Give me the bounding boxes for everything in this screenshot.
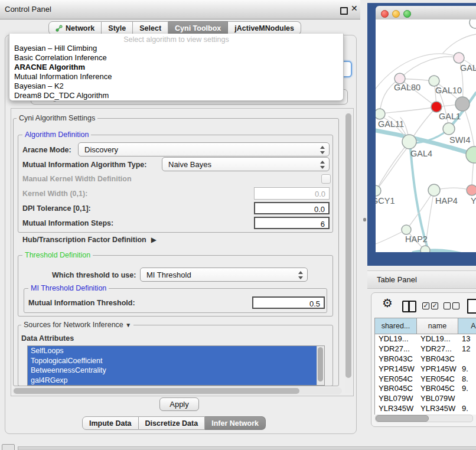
table-row[interactable]: YDR27...YDR27...12 xyxy=(375,344,476,354)
data-attributes-items: SelfLoopsTopologicalCoefficientBetweenne… xyxy=(28,346,324,385)
network-node-GAL10[interactable] xyxy=(429,76,439,86)
hub-definition-toggle[interactable]: Hub/Transcription Factor Definition▶ xyxy=(22,236,157,244)
mi-threshold-field[interactable]: 0.5 xyxy=(252,296,325,309)
algorithm-option[interactable]: Bayesian – Hill Climbing xyxy=(9,44,343,53)
expand-right-icon: ▶ xyxy=(151,236,157,244)
network-node-HAP2[interactable] xyxy=(402,225,411,234)
settings-hscrollbar-thumb[interactable] xyxy=(14,388,299,394)
table-hscrollbar-track[interactable] xyxy=(375,415,473,422)
network-node-GCY1[interactable] xyxy=(376,185,381,196)
collapse-down-icon[interactable]: ▼ xyxy=(125,322,131,328)
algorithm-dropdown-list: Bayesian – Hill ClimbingBasic Correlatio… xyxy=(9,44,343,100)
column-layout-icon[interactable] xyxy=(402,301,416,312)
network-canvas[interactable]: GALGAL80GAL10GAL1GAL11SWI4GAL4GCY1HAP4YH… xyxy=(376,19,476,252)
sources-title-text: Sources for Network Inference xyxy=(24,321,123,329)
table-cell xyxy=(458,394,476,404)
algorithm-definition-title: Algorithm Definition xyxy=(22,131,91,139)
data-attributes-label: Data Attributes xyxy=(21,334,74,343)
attributes-scrollbar-thumb[interactable] xyxy=(318,347,323,381)
tab-label: Network xyxy=(66,24,94,32)
network-node-GAL1[interactable] xyxy=(431,102,442,112)
table-row[interactable]: YER054CYER054C8. xyxy=(375,374,476,384)
network-node-GAL4[interactable] xyxy=(402,135,416,149)
network-node[interactable] xyxy=(420,246,430,252)
table-row[interactable]: YBR045CYBR045C9. xyxy=(375,384,476,394)
page-icon[interactable] xyxy=(467,299,476,314)
attributes-scrollbar-track[interactable] xyxy=(317,346,324,385)
tab-label: Style xyxy=(108,24,126,32)
stepper-icon xyxy=(298,270,304,280)
tab-network[interactable]: Network xyxy=(48,21,102,35)
table-row[interactable]: YLR345WYLR345W9. xyxy=(375,404,476,414)
table-cell: YDL19... xyxy=(375,334,417,344)
table-row[interactable]: YDL19...YDL19...13 xyxy=(375,334,476,344)
close-traffic-light-icon[interactable] xyxy=(381,10,389,18)
node-label: Y xyxy=(471,196,476,206)
minimized-panel-icon[interactable] xyxy=(2,444,15,450)
mi-steps-field[interactable]: 6 xyxy=(254,217,330,229)
bottom-tab-bar: Impute Data Discretize Data Infer Networ… xyxy=(82,416,266,430)
table-cell: 13 xyxy=(458,334,476,344)
tab-jactivemnodules[interactable]: jActiveMNodules xyxy=(228,21,301,35)
zoom-traffic-light-icon[interactable] xyxy=(403,10,411,18)
algorithm-option[interactable]: ARACNE Algorithm xyxy=(9,63,343,72)
data-attribute-item[interactable]: BetweennessCentrality xyxy=(28,366,317,376)
apply-button[interactable]: Apply xyxy=(159,397,199,411)
network-node[interactable] xyxy=(470,19,476,28)
table-row[interactable]: YBR043CYBR043C xyxy=(375,354,476,364)
network-node[interactable] xyxy=(466,146,476,163)
network-window-titlebar[interactable] xyxy=(376,6,476,20)
tab-discretize-data[interactable]: Discretize Data xyxy=(139,416,206,430)
network-node[interactable] xyxy=(455,97,470,111)
network-node-SWI4[interactable] xyxy=(443,123,455,135)
settings-vscrollbar-thumb[interactable] xyxy=(345,113,351,378)
tab-impute-data[interactable]: Impute Data xyxy=(82,416,139,430)
which-threshold-combo[interactable]: MI Threshold xyxy=(140,268,308,282)
cyni-algorithm-settings-title: Cyni Algorithm Settings xyxy=(17,114,97,122)
select-all-check-icon[interactable]: ✓ xyxy=(431,302,438,309)
table-cell: YDR27... xyxy=(375,344,417,354)
table-row[interactable]: YPR145WYPR145W9. xyxy=(375,364,476,374)
close-icon[interactable]: ✕ xyxy=(351,4,358,13)
tab-select[interactable]: Select xyxy=(133,21,168,35)
minimize-traffic-light-icon[interactable] xyxy=(392,10,400,18)
column-header[interactable]: name xyxy=(417,318,458,334)
mi-algorithm-type-combo[interactable]: Naive Bayes xyxy=(162,157,330,171)
tab-infer-network[interactable]: Infer Network xyxy=(205,416,266,430)
kernel-width-field[interactable]: 0.0 xyxy=(254,187,330,200)
network-node-HAP4[interactable] xyxy=(428,184,440,196)
dpi-tolerance-field[interactable]: 0.0 xyxy=(254,202,330,214)
deselect-all-box-icon[interactable] xyxy=(452,302,459,309)
node-label: HAP2 xyxy=(405,234,428,244)
network-node-GAL[interactable] xyxy=(454,53,464,63)
algorithm-option[interactable]: Mutual Information Inference xyxy=(9,72,343,81)
column-header[interactable]: A xyxy=(458,318,476,334)
node-label: GAL10 xyxy=(435,86,462,95)
column-header[interactable]: shared... xyxy=(375,318,417,334)
aracne-mode-combo[interactable]: Discovery xyxy=(78,142,330,156)
data-attribute-item[interactable]: SelfLoops xyxy=(28,346,317,356)
algorithm-option[interactable]: Basic Correlation Inference xyxy=(9,53,343,63)
tab-style[interactable]: Style xyxy=(102,21,133,35)
network-node-Y[interactable] xyxy=(467,185,476,195)
data-attribute-item[interactable]: TopologicalCoefficient xyxy=(28,356,317,366)
table-settings-gear-icon[interactable]: ⚙ xyxy=(382,297,393,309)
manual-kernel-width-checkbox[interactable] xyxy=(321,174,331,184)
network-node-GAL11[interactable] xyxy=(376,109,385,119)
table-cell: YPR145W xyxy=(417,364,458,374)
dpi-tolerance-label: DPI Tolerance [0,1]: xyxy=(22,204,91,213)
table-hscrollbar-thumb[interactable] xyxy=(376,415,429,422)
deselect-all-box-icon[interactable] xyxy=(444,302,451,309)
select-all-check-icon[interactable]: ✓ xyxy=(422,302,429,309)
tab-cyni-toolbox[interactable]: Cyni Toolbox xyxy=(168,21,228,35)
table-cell: YBL079W xyxy=(375,394,417,404)
panel-splitter-handle[interactable] xyxy=(363,218,366,221)
float-window-icon[interactable] xyxy=(340,7,348,15)
data-attribute-item[interactable]: gal4RGexp xyxy=(28,376,317,386)
algorithm-option[interactable]: Bayesian – K2 xyxy=(9,81,343,91)
algorithm-option[interactable]: Dream8 DC_TDC Algorithm xyxy=(9,91,343,100)
table-row[interactable]: YBL079WYBL079W xyxy=(375,394,476,404)
network-edge xyxy=(376,142,409,190)
table-cell: YDL19... xyxy=(417,334,458,344)
table-cell: YPR145W xyxy=(375,364,417,374)
